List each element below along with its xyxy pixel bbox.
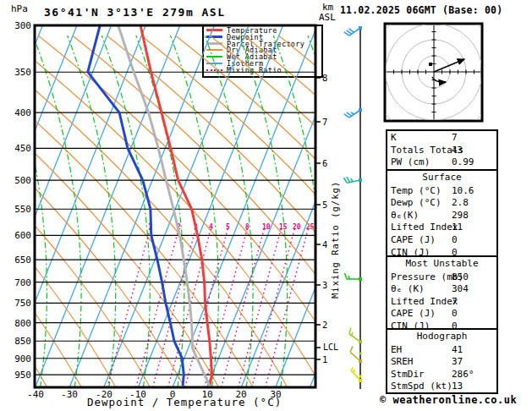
wind-level-dot [359, 375, 362, 378]
skewt-chart [0, 0, 532, 411]
hodograph-origin-dot [429, 63, 432, 66]
wind-barb [344, 105, 360, 118]
wind-barb [343, 174, 360, 184]
plot-border [35, 25, 315, 387]
wind-level-dot [359, 178, 362, 182]
dry-adiabat-line [0, 36, 47, 387]
wind-level-dot [359, 108, 362, 112]
dry-adiabat-line [0, 36, 116, 387]
wind-barb [348, 346, 364, 361]
parcel_trajectory-curve [118, 25, 210, 386]
dry-adiabat-line [0, 36, 253, 387]
wind-level-dot [359, 340, 362, 343]
isotherm-line [0, 25, 8, 387]
wind-barb [350, 367, 363, 381]
dry-adiabat-line [0, 36, 288, 387]
wet-adiabat-line [514, 36, 532, 387]
wind-barb [344, 23, 360, 36]
wind-barb [345, 273, 361, 279]
wind-level-dot [359, 379, 362, 382]
dry-adiabat-line [0, 36, 81, 387]
wind-level-dot [359, 277, 362, 281]
wind-barb [348, 328, 364, 342]
dry-adiabat-line [0, 36, 150, 387]
dry-adiabat-line [0, 36, 13, 387]
mixing-ratio-line [136, 227, 179, 387]
isotherm-line [1, 25, 145, 387]
dry-adiabat-line [0, 36, 184, 387]
wet-adiabat-line [480, 36, 528, 387]
isotherm-line [0, 25, 42, 387]
wind-level-dot [359, 353, 362, 355]
dry-adiabat-line [0, 36, 219, 387]
skewt-sounding-app: { "header": { "title": "36°41'N 3°13'E 2… [0, 0, 532, 411]
wet-adiabat-line [0, 36, 47, 387]
wind-level-dot [359, 359, 362, 363]
wet-adiabat-line [0, 36, 13, 387]
wind-level-dot [359, 26, 362, 30]
mixing-ratio-line [239, 227, 282, 387]
